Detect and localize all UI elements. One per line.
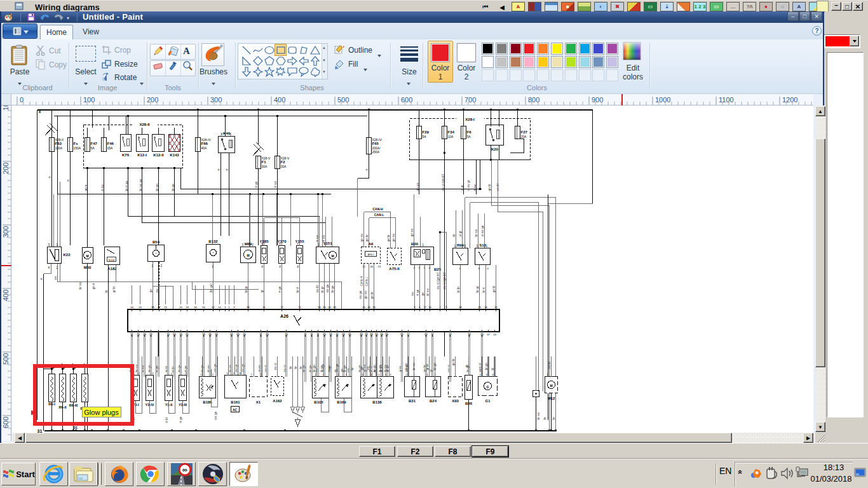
svg-text:9: 9 <box>414 306 416 309</box>
svg-text:55: 55 <box>202 306 205 309</box>
svg-text:Glow plugs: Glow plugs <box>84 409 119 416</box>
svg-text:6: 6 <box>230 133 232 136</box>
svg-text:AC: AC <box>233 408 238 412</box>
svg-text:br gr: br gr <box>475 286 479 293</box>
svg-text:10A: 10A <box>448 135 454 139</box>
svg-text:rt sw: rt sw <box>100 184 104 191</box>
svg-text:K22: K22 <box>64 253 71 257</box>
svg-text:X93: X93 <box>452 399 459 403</box>
svg-text:F47: F47 <box>91 142 98 146</box>
svg-text:71: 71 <box>298 306 301 309</box>
svg-text:2: 2 <box>459 267 461 270</box>
svg-text:G: G <box>487 385 489 389</box>
svg-text:14: 14 <box>218 306 221 309</box>
svg-text:rt bl: rt bl <box>165 417 168 423</box>
svg-text:2: 2 <box>212 265 214 268</box>
svg-text:13: 13 <box>378 265 381 268</box>
svg-text:R99: R99 <box>457 243 465 247</box>
svg-text:rt ge: rt ge <box>278 286 281 292</box>
svg-text:gr: gr <box>260 290 264 293</box>
svg-text:3: 3 <box>242 243 244 247</box>
svg-text:M89: M89 <box>245 242 252 246</box>
svg-text:150A: 150A <box>74 146 81 150</box>
svg-text:ge br: ge br <box>386 234 390 242</box>
svg-text:F46: F46 <box>107 142 114 146</box>
svg-text:30A: 30A <box>281 165 287 168</box>
svg-text:ge: ge <box>421 292 424 296</box>
svg-text:ws ge: ws ge <box>214 411 217 419</box>
svg-text:br ge: br ge <box>171 184 175 191</box>
svg-text:br: br <box>543 417 546 420</box>
svg-text:15: 15 <box>164 306 167 309</box>
svg-text:X28-I: X28-I <box>465 118 475 121</box>
svg-text:31: 31 <box>74 426 78 430</box>
svg-text:F27: F27 <box>521 130 528 134</box>
svg-text:gr: gr <box>465 365 468 368</box>
svg-text:2: 2 <box>139 372 140 375</box>
svg-text:vi gr: vi gr <box>458 231 462 237</box>
svg-text:87: 87 <box>158 306 161 309</box>
svg-text:sw bl: sw bl <box>315 285 319 292</box>
svg-text:5: 5 <box>224 306 226 309</box>
svg-text:2: 2 <box>547 373 549 376</box>
svg-text:br sw ge: br sw ge <box>139 179 142 191</box>
svg-text:ws bl: ws bl <box>547 362 551 369</box>
svg-text:2: 2 <box>153 372 154 375</box>
svg-text:2: 2 <box>297 265 299 268</box>
svg-text:K76: K76 <box>122 153 130 157</box>
svg-text:B30: B30 <box>411 242 419 246</box>
svg-text:0: 0 <box>20 96 24 104</box>
svg-text:br gn: br gn <box>312 365 316 372</box>
svg-text:1: 1 <box>486 245 488 248</box>
svg-text:rt ws: rt ws <box>322 234 325 241</box>
svg-text:2: 2 <box>390 373 392 376</box>
svg-text:sw vi (gn bl): sw vi (gn bl) <box>436 272 440 289</box>
svg-text:1100: 1100 <box>719 96 734 104</box>
svg-text:5A: 5A <box>91 146 95 150</box>
svg-text:gn rt: gn rt <box>84 184 88 191</box>
svg-text:sw vi (gn bl): sw vi (gn bl) <box>442 272 446 289</box>
svg-text:sw vi: sw vi <box>273 363 277 370</box>
svg-text:rt ge: rt ge <box>179 416 182 423</box>
svg-text:gr ws: gr ws <box>379 364 383 372</box>
svg-text:K12-I: K12-I <box>137 153 147 157</box>
svg-text:rt ge: rt ge <box>416 289 419 295</box>
svg-text:A26: A26 <box>280 314 288 318</box>
svg-text:93: 93 <box>333 306 336 309</box>
svg-text:K20: K20 <box>491 147 499 151</box>
svg-text:CAN-H: CAN-H <box>372 207 383 211</box>
svg-text:72: 72 <box>280 306 283 309</box>
svg-text:br sw: br sw <box>474 229 478 236</box>
svg-text:br gr: br gr <box>244 286 248 293</box>
svg-text:33: 33 <box>372 306 376 309</box>
svg-text:gn ws: gn ws <box>410 228 414 237</box>
svg-text:F29: F29 <box>423 130 430 134</box>
svg-text:4: 4 <box>429 266 431 269</box>
svg-text:100A: 100A <box>55 146 63 150</box>
svg-text:23: 23 <box>478 306 481 309</box>
svg-text:500: 500 <box>2 353 10 365</box>
svg-text:77: 77 <box>423 306 426 309</box>
svg-text:B24: B24 <box>430 399 437 403</box>
svg-text:62: 62 <box>212 306 215 309</box>
svg-text:20: 20 <box>179 306 182 309</box>
svg-text:sw: sw <box>410 292 414 296</box>
svg-text:rt ws: rt ws <box>273 180 277 187</box>
svg-text:br: br <box>552 417 555 420</box>
svg-text:9: 9 <box>445 306 447 309</box>
svg-text:2: 2 <box>161 264 163 268</box>
svg-text:98: 98 <box>247 306 250 309</box>
svg-text:sw ge: sw ge <box>358 290 362 299</box>
svg-text:B138: B138 <box>372 400 382 404</box>
svg-text:bl rt: bl rt <box>482 287 485 293</box>
svg-text:B105: B105 <box>314 400 323 404</box>
svg-text:br ge: br ge <box>330 285 334 293</box>
svg-text:4: 4 <box>487 267 489 270</box>
svg-text:36: 36 <box>484 306 487 309</box>
svg-text:ge sw: ge sw <box>391 233 395 241</box>
svg-text:K143: K143 <box>170 153 179 157</box>
svg-text:A162: A162 <box>273 399 282 403</box>
svg-text:32: 32 <box>494 306 498 309</box>
svg-text:bl ws: bl ws <box>426 288 430 296</box>
svg-text:13: 13 <box>493 333 496 336</box>
